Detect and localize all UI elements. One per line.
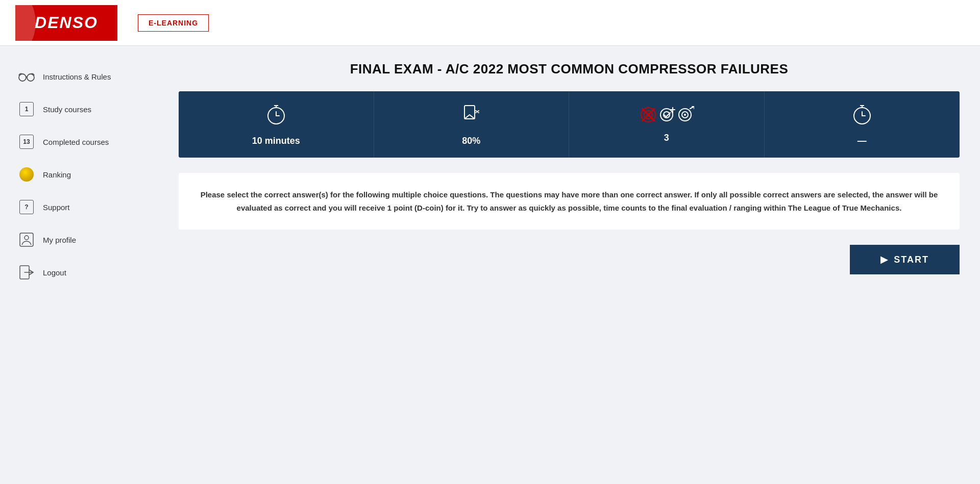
stat-attempts-value: — (857, 136, 867, 146)
stats-bar: 10 minutes 80% (179, 91, 960, 158)
svg-point-3 (24, 236, 29, 240)
target-check-icon (659, 106, 676, 128)
header: DENSO E-LEARNING (0, 0, 980, 46)
crossed-target-icon (639, 106, 657, 128)
stat-questions-value: 3 (664, 133, 669, 143)
timer2-icon (850, 103, 874, 131)
sidebar-item-support[interactable]: ? Support (10, 192, 148, 222)
glasses-icon (17, 67, 36, 86)
logo-text: DENSO (35, 13, 98, 32)
logo: DENSO (15, 5, 117, 41)
description-text: Please select the correct answer(s) for … (199, 188, 939, 214)
sidebar-item-instructions[interactable]: Instructions & Rules (10, 61, 148, 92)
sidebar-item-ranking[interactable]: Ranking (10, 159, 148, 190)
svg-point-0 (19, 74, 26, 81)
stat-score: 80% (374, 91, 570, 158)
completed-courses-badge-icon: 13 (17, 133, 36, 151)
sidebar-item-study-courses[interactable]: 1 Study courses (10, 94, 148, 124)
sidebar: Instructions & Rules 1 Study courses 13 … (0, 46, 158, 484)
start-button-row: ▶ START (179, 245, 960, 274)
svg-rect-11 (464, 106, 475, 119)
stat-questions: 3 (569, 91, 765, 158)
support-icon: ? (17, 198, 36, 216)
svg-point-23 (684, 114, 686, 116)
elearning-button[interactable]: E-LEARNING (138, 14, 209, 32)
play-icon: ▶ (880, 254, 889, 265)
target-arrow-icon (678, 106, 694, 128)
start-button-label: START (894, 254, 929, 265)
stat-time: 10 minutes (179, 91, 374, 158)
svg-point-17 (660, 109, 673, 121)
svg-point-1 (27, 74, 34, 81)
exam-title: FINAL EXAM - A/C 2022 MOST COMMON COMPRE… (179, 61, 960, 77)
sidebar-item-label: Ranking (43, 170, 71, 179)
sidebar-item-label: Completed courses (43, 138, 109, 146)
sidebar-item-label: Instructions & Rules (43, 72, 111, 81)
profile-icon (17, 231, 36, 249)
main-content: FINAL EXAM - A/C 2022 MOST COMMON COMPRE… (158, 46, 980, 484)
stat-score-value: 80% (462, 136, 480, 146)
ranking-coin-icon (17, 165, 36, 184)
study-courses-badge: 1 (19, 102, 34, 116)
study-courses-badge-icon: 1 (17, 100, 36, 118)
start-button[interactable]: ▶ START (850, 245, 960, 274)
support-badge: ? (19, 200, 34, 214)
logout-icon (17, 263, 36, 282)
stat-attempts: — (765, 91, 960, 158)
sidebar-item-label: My profile (43, 236, 76, 244)
timer-icon (264, 103, 288, 131)
sidebar-item-completed-courses[interactable]: 13 Completed courses (10, 126, 148, 157)
bookmark-icon (459, 103, 483, 131)
target-icons (639, 106, 694, 128)
stat-time-value: 10 minutes (252, 136, 300, 146)
sidebar-item-label: Support (43, 203, 70, 212)
sidebar-item-label: Logout (43, 268, 66, 277)
sidebar-item-my-profile[interactable]: My profile (10, 224, 148, 255)
exam-description: Please select the correct answer(s) for … (179, 173, 960, 230)
sidebar-item-logout[interactable]: Logout (10, 257, 148, 288)
page-layout: Instructions & Rules 1 Study courses 13 … (0, 46, 980, 484)
completed-courses-badge: 13 (19, 135, 34, 149)
sidebar-item-label: Study courses (43, 105, 91, 114)
